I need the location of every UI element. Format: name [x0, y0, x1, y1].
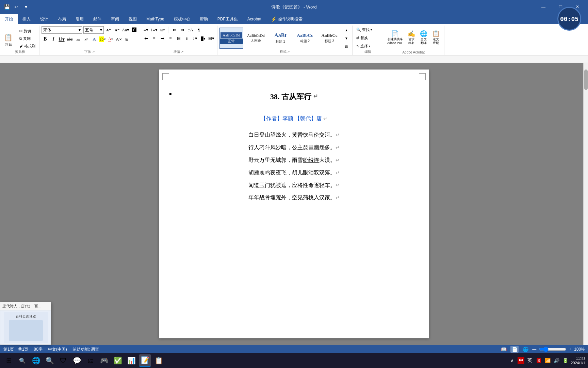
align-center-button[interactable]: ≡	[150, 35, 158, 42]
align-right-button[interactable]: ➡	[159, 35, 166, 42]
tab-acrobat[interactable]: Acrobat	[243, 14, 266, 24]
style-heading1[interactable]: AaBt 标题 1	[268, 28, 292, 49]
create-pdf-button[interactable]: 📄 创建共共享Adobe PDF	[386, 27, 405, 48]
view-read-button[interactable]: 📖	[500, 346, 508, 353]
taskbar-antivirus[interactable]: 🛡	[57, 354, 69, 367]
tray-clock[interactable]: 11:31 2024/1/1	[571, 356, 585, 366]
tray-volume[interactable]: 🔊	[553, 357, 560, 364]
line-spacing-button[interactable]: ↕▾	[191, 35, 199, 42]
subscript-button[interactable]: x₂	[74, 35, 82, 43]
minimize-button[interactable]: —	[536, 2, 551, 12]
cut-button[interactable]: ✂ 剪切	[18, 28, 37, 34]
underline-button[interactable]: U▾	[58, 35, 65, 43]
style-normal[interactable]: AaBbCcDd 正常	[219, 28, 243, 49]
tray-battery[interactable]: 🔋	[562, 357, 569, 364]
font-size-selector[interactable]: 五号 ▾	[83, 26, 104, 34]
font-color-button[interactable]: A▾	[107, 35, 114, 43]
tab-layout[interactable]: 布局	[53, 14, 71, 24]
zoom-out-button[interactable]: —	[532, 347, 536, 352]
style-heading2[interactable]: AaBbCc 标题 2	[293, 28, 317, 49]
numbering-button[interactable]: 1≡▾	[150, 26, 158, 34]
scrollbar[interactable]	[583, 63, 588, 345]
zoom-slider[interactable]	[539, 347, 566, 352]
clear-format-button[interactable]: A✕	[115, 35, 122, 43]
tray-ime-en[interactable]: 英	[526, 357, 533, 364]
style-no-spacing[interactable]: AaBbCcDd 无间距	[244, 28, 268, 49]
borders-button[interactable]: ⊞▾	[208, 35, 215, 42]
select-button[interactable]: ↖ 选择 ▾	[355, 43, 372, 49]
taskbar-edge[interactable]: 🌐	[30, 354, 42, 367]
tab-insert[interactable]: 插入	[18, 14, 35, 24]
font-name-selector[interactable]: 宋体 ▾	[42, 26, 82, 34]
tab-start[interactable]: 开始	[0, 14, 18, 24]
tray-ime-cn[interactable]: 中	[518, 357, 524, 364]
text-effects-button[interactable]: A	[91, 35, 98, 43]
taskbar-powerpoint[interactable]: 📋	[152, 354, 165, 367]
quick-access-dropdown[interactable]: ▾	[22, 3, 30, 11]
taskbar-search-app[interactable]: 🔍	[44, 354, 56, 367]
distribute-button[interactable]: ⊟	[175, 35, 182, 42]
shading-button[interactable]: █▾	[199, 35, 207, 42]
style-heading3[interactable]: AaBbCc 标题 3	[317, 28, 341, 49]
undo-button[interactable]: ↩	[12, 3, 20, 11]
start-button[interactable]: ⊞	[3, 354, 15, 367]
border-button[interactable]: ⊞	[123, 35, 131, 43]
pilcrow-button[interactable]: ¶	[195, 26, 202, 34]
tray-wifi[interactable]: 📶	[544, 357, 551, 364]
font-size-decrease-button[interactable]: A⁻	[113, 26, 121, 34]
scroll-thumb[interactable]	[584, 70, 588, 90]
italic-button[interactable]: I	[50, 35, 57, 43]
taskbar-todo[interactable]: ✅	[112, 354, 124, 367]
styles-more[interactable]: ⊡	[343, 43, 350, 50]
tray-expand[interactable]: ∧	[509, 357, 516, 364]
justify-button[interactable]: ≡	[167, 35, 174, 42]
view-print-button[interactable]: 📄	[510, 346, 519, 353]
tab-design[interactable]: 设计	[35, 14, 53, 24]
replace-button[interactable]: ⇄ 替换	[355, 34, 370, 41]
tab-mathtype[interactable]: MathType	[142, 14, 169, 24]
taskbar-wechat[interactable]: 💬	[71, 354, 83, 367]
tab-template[interactable]: 模板中心	[169, 14, 195, 24]
tab-review[interactable]: 审阅	[106, 14, 124, 24]
save-button[interactable]: 💾	[3, 3, 11, 11]
view-web-button[interactable]: 🌐	[521, 346, 529, 353]
zoom-in-button[interactable]: +	[569, 347, 571, 352]
highlight-button[interactable]: ab▾	[99, 35, 106, 43]
taskbar-search[interactable]: 🔍	[16, 354, 29, 367]
superscript-button[interactable]: x²	[82, 35, 90, 43]
styles-scroll-down[interactable]: ▼	[343, 34, 350, 42]
phonetic-button[interactable]: 🅰	[130, 26, 138, 34]
paste-button[interactable]: 📋 粘贴	[3, 28, 14, 52]
tab-search[interactable]: ⚡操作说明搜索	[266, 14, 307, 24]
bullets-button[interactable]: ≡▾	[142, 26, 150, 34]
tab-view[interactable]: 视图	[124, 14, 142, 24]
taskbar-game[interactable]: 🎮	[98, 354, 110, 367]
sort-button[interactable]: ↕A	[187, 26, 194, 34]
tab-mailings[interactable]: 邮件	[88, 14, 106, 24]
indent-right-button[interactable]: ⇒	[179, 26, 186, 34]
taskbar-excel[interactable]: 📊	[125, 354, 137, 367]
format-row: B I U▾ abc x₂ x² A ab▾ A▾	[42, 35, 131, 43]
font-size-increase-button[interactable]: A⁺	[105, 26, 112, 34]
bold-button[interactable]: B	[42, 35, 49, 43]
columns-button[interactable]: ⫾	[183, 35, 191, 42]
multilevel-button[interactable]: ⧇▾	[159, 26, 166, 34]
document-area[interactable]: ■ 38. 古从军行 ↵ 【作者】李颀 【朝代】唐 ↵ 白日登山望烽火，黄昏饮马…	[0, 63, 588, 345]
taskbar-word[interactable]: 📝	[139, 354, 151, 367]
tab-references[interactable]: 引用	[71, 14, 88, 24]
format-painter-button[interactable]: 🖌 格式刷	[18, 43, 37, 49]
tab-help[interactable]: 帮助	[195, 14, 213, 24]
taskbar-finder[interactable]: 🗂	[84, 354, 97, 367]
find-button[interactable]: 🔍 查找 ▾	[355, 26, 374, 33]
strikethrough-button[interactable]: abc	[66, 35, 74, 43]
sign-button[interactable]: ✍ 请求签名	[406, 27, 417, 48]
change-case-button[interactable]: Aa▾	[122, 26, 129, 34]
align-left-button[interactable]: ⬅	[142, 35, 150, 42]
tab-pdf[interactable]: PDF工具集	[213, 14, 243, 24]
indent-left-button[interactable]: ⇐	[170, 26, 178, 34]
tray-ime-s[interactable]: S	[535, 357, 542, 364]
review-button[interactable]: 📋 论文查翻	[430, 27, 441, 48]
translate-button[interactable]: 🌐 全文翻译	[418, 27, 429, 48]
copy-button[interactable]: ⧉ 复制	[18, 35, 37, 42]
styles-scroll-up[interactable]: ▲	[343, 26, 350, 34]
